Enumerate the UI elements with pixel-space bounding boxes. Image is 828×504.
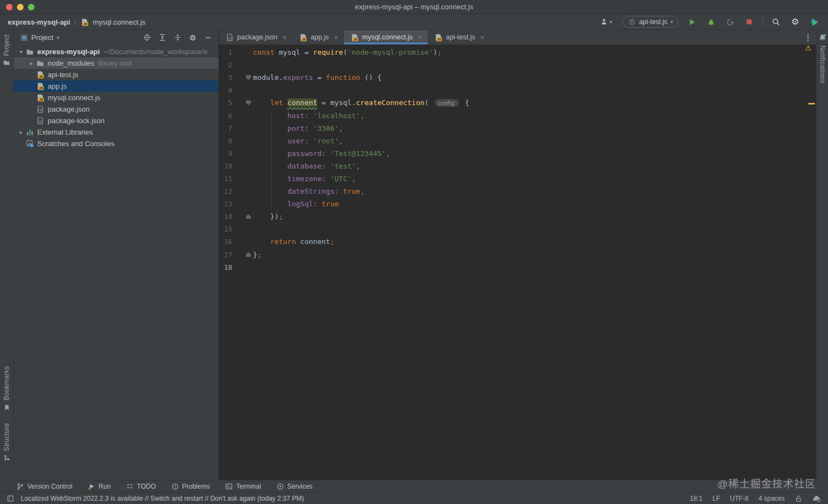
left-tool-stripe: Project Bookmarks Structure <box>0 30 14 480</box>
folder-icon <box>25 48 34 56</box>
code-with-me-users-icon[interactable]: ▾ <box>597 16 616 28</box>
run-configuration-select[interactable]: api-test.js ▾ <box>623 16 679 28</box>
tab-options-menu-icon[interactable] <box>800 30 816 44</box>
editor-tab-api-test.js[interactable]: JSapi-test.js× <box>428 30 490 44</box>
tool-stripe-project[interactable]: Project <box>3 34 10 66</box>
tab-close-icon[interactable]: × <box>480 33 485 42</box>
code-text: port: '3306', <box>253 124 343 132</box>
code-line-13[interactable]: 13 logSql: true <box>219 198 816 210</box>
panel-settings-gear-icon[interactable]: ⚙ <box>187 32 199 44</box>
titlebar: express-mysql-api – mysql.connect.js <box>0 0 828 14</box>
unlocked-padlock-icon[interactable] <box>795 495 802 502</box>
editor-tab-app.js[interactable]: JSapp.js× <box>292 30 344 44</box>
file-encoding[interactable]: UTF-8 <box>730 495 749 502</box>
line-number: 16 <box>219 237 232 246</box>
tree-item-api-test.js[interactable]: JSapi-test.js <box>14 69 219 80</box>
hide-panel-icon[interactable] <box>202 32 214 44</box>
code-area[interactable]: 1const mysql = require('node-mysql-promi… <box>219 45 816 480</box>
indent-setting[interactable]: 4 spaces <box>758 495 785 502</box>
fold-open-icon[interactable] <box>246 100 251 105</box>
search-everywhere-icon[interactable] <box>770 16 782 28</box>
tab-close-icon[interactable]: × <box>283 33 287 42</box>
run-button[interactable] <box>686 16 698 28</box>
code-line-5[interactable]: 5 let connent = mysql.createConnection( … <box>219 96 816 109</box>
tool-stripe-structure[interactable]: Structure <box>3 423 10 461</box>
status-bar: Localized WebStorm 2022.2.3 is available… <box>0 492 828 504</box>
tab-close-icon[interactable]: × <box>334 33 338 42</box>
caret-position[interactable]: 18:1 <box>690 495 703 502</box>
tree-item-express-mysql-api[interactable]: ▾express-mysql-api~/Documents/node_works… <box>14 46 219 57</box>
code-line-4[interactable]: 4 <box>219 84 816 96</box>
collapse-all-icon[interactable] <box>171 32 183 44</box>
breadcrumb-project[interactable]: express-mysql-api <box>8 18 70 26</box>
breadcrumb-file[interactable]: mysql.connect.js <box>93 18 146 26</box>
ide-gradient-sphere-icon[interactable] <box>808 16 820 28</box>
line-separator[interactable]: LF <box>712 495 720 502</box>
bookmarks-stripe-label: Bookmarks <box>3 366 10 401</box>
tab-close-icon[interactable]: × <box>418 33 422 42</box>
code-line-10[interactable]: 10 database: 'test', <box>219 160 816 172</box>
code-text: module.exports = function () { <box>253 73 382 82</box>
debug-button[interactable] <box>705 16 717 28</box>
code-line-14[interactable]: 14 }); <box>219 210 816 223</box>
code-line-3[interactable]: 3module.exports = function () { <box>219 71 816 84</box>
code-line-6[interactable]: 6 host: 'localhost', <box>219 109 816 121</box>
editor-preview-icon[interactable] <box>7 495 14 502</box>
code-line-17[interactable]: 17}; <box>219 248 816 261</box>
toolwindow-button-version-control[interactable]: Version Control <box>16 483 72 490</box>
code-line-11[interactable]: 11 timezone: 'UTC', <box>219 172 816 185</box>
code-line-12[interactable]: 12 dateStrings: true, <box>219 185 816 198</box>
tree-item-External Libraries[interactable]: ▸External Libraries <box>14 126 219 138</box>
toolwindow-button-label: Terminal <box>236 483 261 490</box>
tree-chevron-icon[interactable]: ▸ <box>17 129 25 135</box>
line-number: 4 <box>219 86 232 94</box>
tree-item-Scratches and Consoles[interactable]: Scratches and Consoles <box>14 138 219 149</box>
settings-gear-icon[interactable]: ⚙ <box>789 16 801 28</box>
tree-item-app.js[interactable]: JSapp.js <box>14 80 219 92</box>
tool-stripe-notifications[interactable]: Notifications <box>818 33 827 83</box>
code-line-9[interactable]: 9 password: 'Test@123445', <box>219 147 816 160</box>
editor-tabbar: {@}package.json×JSapp.js×JSmysql.connect… <box>219 30 816 45</box>
toolwindow-button-run[interactable]: Run <box>88 483 111 490</box>
tree-item-label: Scratches and Consoles <box>37 140 114 148</box>
tree-chevron-icon[interactable]: ▸ <box>27 60 36 66</box>
code-line-7[interactable]: 7 port: '3306', <box>219 122 816 135</box>
chevron-down-icon[interactable]: ▾ <box>56 35 59 40</box>
code-line-16[interactable]: 16 return connent; <box>219 235 816 248</box>
inspection-profile-icon[interactable] <box>812 494 821 502</box>
tree-item-node_modules[interactable]: ▸node_moduleslibrary root <box>14 57 219 69</box>
code-text: timezone: 'UTC', <box>253 175 356 183</box>
fold-open-icon[interactable] <box>246 75 251 80</box>
toolwindow-button-todo[interactable]: TODO <box>126 483 156 490</box>
stop-button[interactable] <box>743 16 755 28</box>
tree-item-package.json[interactable]: {@}package.json <box>14 103 219 115</box>
code-line-1[interactable]: 1const mysql = require('node-mysql-promi… <box>219 46 816 59</box>
expand-all-icon[interactable] <box>156 32 168 44</box>
toolwindow-button-services[interactable]: Services <box>277 483 313 490</box>
tool-stripe-bookmarks[interactable]: Bookmarks <box>3 366 10 411</box>
fold-close-icon[interactable] <box>246 214 251 219</box>
fold-close-icon[interactable] <box>246 252 251 257</box>
header-row: express-mysql-api › JS mysql.connect.js … <box>0 14 828 30</box>
locate-file-icon[interactable] <box>141 32 153 44</box>
tree-item-package-lock.json[interactable]: {@}package-lock.json <box>14 115 219 126</box>
code-line-18[interactable]: 18 <box>219 261 816 274</box>
run-icon <box>88 483 95 490</box>
code-line-15[interactable]: 15 <box>219 223 816 235</box>
project-panel-title[interactable]: Project <box>31 33 53 42</box>
toolbar-divider <box>762 18 763 26</box>
svg-text:JS: JS <box>302 37 306 41</box>
toolwindow-button-terminal[interactable]: Terminal <box>225 483 261 490</box>
scrollbar-warning-mark[interactable] <box>808 103 815 105</box>
tree-chevron-icon[interactable]: ▾ <box>17 49 25 55</box>
editor-tab-package.json[interactable]: {@}package.json× <box>219 30 292 44</box>
code-line-8[interactable]: 8 user: 'root', <box>219 135 816 147</box>
inspection-warning-icon[interactable]: ⚠ <box>805 44 812 51</box>
code-line-2[interactable]: 2 <box>219 59 816 71</box>
tree-item-mysql.connect.js[interactable]: JSmysql.connect.js <box>14 92 219 103</box>
js-icon: JS <box>298 33 307 42</box>
editor-tab-mysql.connect.js[interactable]: JSmysql.connect.js× <box>344 30 428 44</box>
toolwindow-button-problems[interactable]: Problems <box>171 483 210 490</box>
status-message[interactable]: Localized WebStorm 2022.2.3 is available… <box>21 495 304 502</box>
profiler-button[interactable] <box>724 16 736 28</box>
